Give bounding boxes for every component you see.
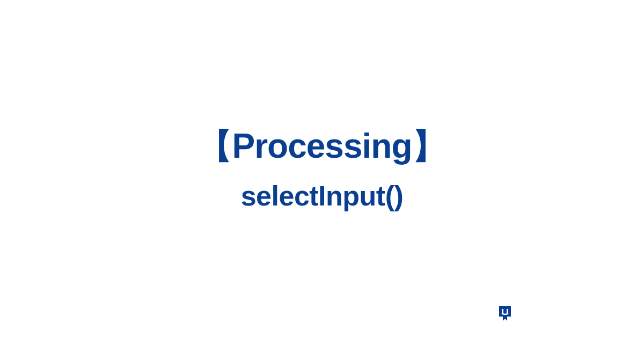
page-title: 【Processing】 bbox=[0, 124, 644, 168]
brand-logo-icon bbox=[498, 306, 512, 322]
main-content: 【Processing】 selectInput() bbox=[0, 124, 644, 215]
svg-rect-1 bbox=[507, 309, 508, 313]
svg-rect-0 bbox=[502, 309, 503, 313]
page-subtitle: selectInput() bbox=[0, 178, 644, 215]
